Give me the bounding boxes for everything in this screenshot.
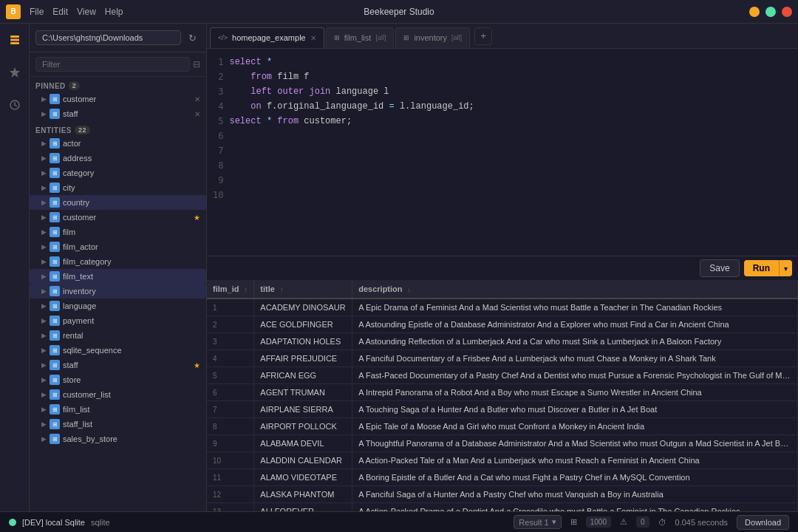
sidebar-item-film_category[interactable]: ▶ ⊞ film_category — [30, 254, 206, 269]
cell-film-id: 12 — [207, 486, 254, 503]
cell-description: A Astounding Epistle of a Database Admin… — [352, 316, 798, 333]
chevron-icon: ▶ — [41, 95, 47, 103]
sidebar-item-customer[interactable]: ▶ ⊞ customer ★ — [30, 210, 206, 225]
sidebar-item-label: staff_list — [63, 420, 200, 429]
cell-title: AGENT TRUMAN — [254, 384, 352, 401]
chevron-icon: ▶ — [41, 391, 47, 398]
sidebar-item-label: store — [63, 375, 200, 384]
table-row[interactable]: 5 AFRICAN EGG A Fast-Paced Documentary o… — [207, 367, 798, 384]
col-description[interactable]: description ↓ — [352, 280, 798, 299]
code-editor[interactable]: select * from film f left outer join lan… — [229, 55, 798, 250]
line-number: 4 — [213, 99, 223, 114]
sidebar-item-rental[interactable]: ▶ ⊞ rental — [30, 328, 206, 343]
tab-film-list[interactable]: ⊞ film_list [all] — [326, 27, 395, 48]
menu-view[interactable]: View — [77, 7, 96, 17]
table-icon: ⊞ — [50, 227, 60, 237]
sidebar-item-film_actor[interactable]: ▶ ⊞ film_actor — [30, 239, 206, 254]
menu-edit[interactable]: Edit — [52, 7, 68, 17]
sidebar-item-address[interactable]: ▶ ⊞ address — [30, 151, 206, 166]
chevron-icon: ▶ — [41, 228, 47, 236]
unpin-icon[interactable]: ✕ — [194, 110, 200, 118]
menu-file[interactable]: File — [30, 7, 44, 17]
sidebar-item-film_list[interactable]: ▶ ⊞ film_list — [30, 402, 206, 417]
save-button[interactable]: Save — [700, 259, 739, 277]
col-title[interactable]: title ↑ — [254, 280, 352, 299]
cell-description: A Touching Saga of a Hunter And a Butler… — [352, 401, 798, 418]
table-row[interactable]: 4 AFFAIR PREJUDICE A Fanciful Documentar… — [207, 350, 798, 367]
table-row[interactable]: 9 ALABAMA DEVIL A Thoughtful Panorama of… — [207, 435, 798, 452]
path-input[interactable] — [35, 30, 181, 45]
chevron-icon: ▶ — [41, 154, 47, 162]
table-row[interactable]: 6 AGENT TRUMAN A Intrepid Panorama of a … — [207, 384, 798, 401]
results-table-wrap[interactable]: film_id ↕ title ↑ description ↓ 1 ACADEM… — [207, 280, 798, 511]
home-icon[interactable] — [4, 30, 25, 50]
unpin-icon[interactable]: ✕ — [194, 95, 200, 103]
sidebar-item-sqlite_sequence[interactable]: ▶ ⊞ sqlite_sequence — [30, 343, 206, 358]
sidebar-item-country[interactable]: ▶ ⊞ country — [30, 195, 206, 210]
add-tab-button[interactable]: + — [474, 27, 492, 45]
sidebar-item-customer_list[interactable]: ▶ ⊞ customer_list — [30, 387, 206, 402]
line-numbers: 12345678910 — [207, 55, 229, 250]
tab-label: homepage_example — [232, 33, 306, 42]
cell-description: A Fanciful Documentary of a Frisbee And … — [352, 350, 798, 367]
table-row[interactable]: 2 ACE GOLDFINGER A Astounding Epistle of… — [207, 316, 798, 333]
chevron-icon: ▶ — [41, 110, 47, 117]
connection-label[interactable]: [DEV] local Sqlite — [22, 518, 85, 527]
table-row[interactable]: 11 ALAMO VIDEOTAPE A Boring Epistle of a… — [207, 469, 798, 486]
line-number: 6 — [213, 129, 223, 143]
sidebar-item-label: sales_by_store — [63, 434, 200, 443]
table-row[interactable]: 10 ALADDIN CALENDAR A Action-Packed Tale… — [207, 452, 798, 469]
sidebar-item-staff_list[interactable]: ▶ ⊞ staff_list — [30, 417, 206, 432]
maximize-button[interactable]: □ — [765, 7, 776, 17]
run-button[interactable]: Run — [744, 260, 779, 276]
window-controls: − □ × — [749, 7, 792, 17]
sidebar-item-inventory[interactable]: ▶ ⊞ inventory — [30, 284, 206, 299]
table-row[interactable]: 7 AIRPLANE SIERRA A Touching Saga of a H… — [207, 401, 798, 418]
menu-help[interactable]: Help — [105, 7, 123, 17]
filter-input[interactable] — [35, 57, 190, 72]
result-selector[interactable]: Result 1 ▾ — [514, 515, 561, 529]
cell-film-id: 9 — [207, 435, 254, 452]
sidebar-item-store[interactable]: ▶ ⊞ store — [30, 372, 206, 387]
line-number: 5 — [213, 114, 223, 129]
refresh-button[interactable]: ↻ — [184, 30, 200, 46]
minimize-button[interactable]: − — [749, 7, 760, 17]
editor-content[interactable]: 12345678910 select * from film f left ou… — [207, 49, 798, 256]
sidebar-item-film[interactable]: ▶ ⊞ film — [30, 225, 206, 239]
sidebar-item-staff[interactable]: ▶ ⊞ staff ✕ — [30, 106, 206, 121]
sidebar-item-film_text[interactable]: ▶ ⊞ film_text — [30, 269, 206, 284]
tab-inventory[interactable]: ⊞ inventory [all] — [395, 27, 470, 48]
cell-film-id: 3 — [207, 333, 254, 350]
sidebar-item-category[interactable]: ▶ ⊞ category — [30, 166, 206, 180]
table-row[interactable]: 8 AIRPORT POLLOCK A Epic Tale of a Moose… — [207, 418, 798, 435]
sidebar-item-payment[interactable]: ▶ ⊞ payment — [30, 313, 206, 328]
sidebar-item-staff[interactable]: ▶ ⊞ staff ★ — [30, 358, 206, 372]
sidebar-item-language[interactable]: ▶ ⊞ language — [30, 299, 206, 313]
sidebar-item-label: film_text — [63, 272, 200, 281]
tab-close-icon[interactable]: ✕ — [310, 34, 316, 42]
sidebar-item-label: rental — [63, 331, 200, 340]
run-dropdown-button[interactable]: ▾ — [779, 260, 792, 276]
result-dropdown-icon[interactable]: ▾ — [552, 517, 556, 527]
cell-film-id: 11 — [207, 469, 254, 486]
star-icon[interactable] — [4, 62, 25, 83]
sidebar-item-sales_by_store[interactable]: ▶ ⊞ sales_by_store — [30, 432, 206, 446]
download-button[interactable]: Download — [737, 515, 789, 530]
table-row[interactable]: 12 ALASKA PHANTOM A Fanciful Saga of a H… — [207, 486, 798, 503]
col-film-id[interactable]: film_id ↕ — [207, 280, 254, 299]
editor-toolbar: Save Run ▾ — [207, 256, 798, 280]
cell-description: A Epic Tale of a Moose And a Girl who mu… — [352, 418, 798, 435]
table-icon: ⊞ — [50, 109, 60, 119]
tab-homepage-example[interactable]: </> homepage_example ✕ — [210, 27, 324, 48]
table-row[interactable]: 1 ACADEMY DINOSAUR A Epic Drama of a Fem… — [207, 299, 798, 316]
sidebar-item-actor[interactable]: ▶ ⊞ actor — [30, 136, 206, 151]
sidebar-item-label: film — [63, 228, 200, 236]
table-row[interactable]: 13 ALI FOREVER A Action-Packed Drama of … — [207, 503, 798, 512]
history-icon[interactable] — [4, 95, 25, 115]
sidebar-item-city[interactable]: ▶ ⊞ city — [30, 180, 206, 195]
table-row[interactable]: 3 ADAPTATION HOLES A Astounding Reflecti… — [207, 333, 798, 350]
close-button[interactable]: × — [782, 7, 792, 17]
cell-film-id: 10 — [207, 452, 254, 469]
sidebar-item-customer[interactable]: ▶ ⊞ customer ✕ — [30, 92, 206, 106]
sidebar-item-label: film_list — [63, 405, 200, 414]
